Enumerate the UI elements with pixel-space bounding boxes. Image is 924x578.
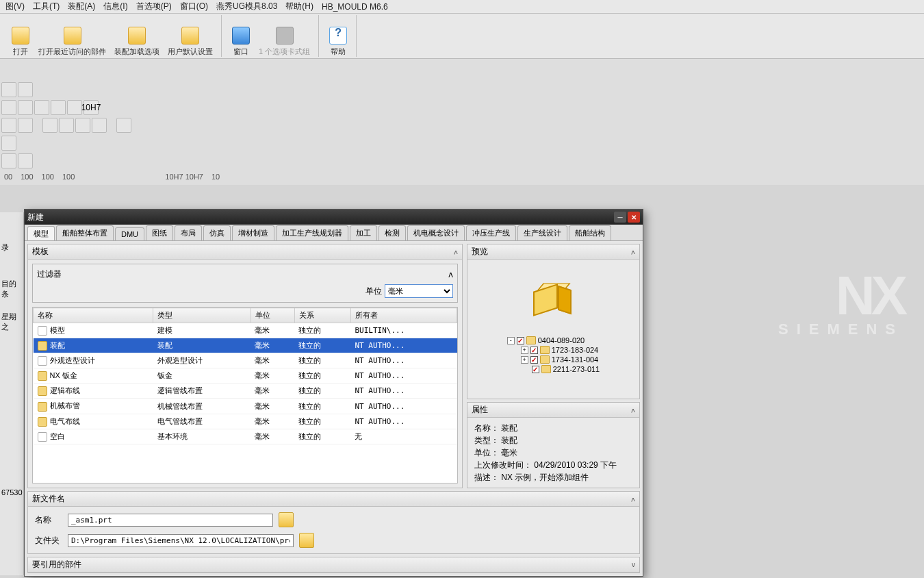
user-defaults-button[interactable]: 用户默认设置 xyxy=(164,15,217,57)
menu-tools[interactable]: 工具(T) xyxy=(30,1,62,12)
tree-checkbox-icon[interactable]: ✓ xyxy=(517,337,524,344)
toolbar-icon[interactable] xyxy=(59,118,74,133)
browse-name-button[interactable] xyxy=(279,512,294,527)
tree-expand-icon[interactable]: + xyxy=(521,356,528,364)
menu-prefs[interactable]: 首选项(P) xyxy=(133,1,175,12)
menu-hbmould[interactable]: HB_MOULD M6.6 xyxy=(319,2,391,12)
column-header[interactable]: 所有者 xyxy=(350,308,457,323)
template-row[interactable]: 装配装配毫米独立的NT AUTHO... xyxy=(34,338,457,353)
load-options-button[interactable]: 装配加载选项 xyxy=(110,15,164,57)
dialog-tab[interactable]: 机电概念设计 xyxy=(407,225,465,240)
collapse-icon[interactable]: ʌ xyxy=(631,248,635,255)
expand-icon[interactable]: v xyxy=(632,561,635,568)
tree-node[interactable]: +✓1734-131-004 xyxy=(507,355,600,364)
tree-checkbox-icon[interactable]: ✓ xyxy=(530,347,538,354)
template-row[interactable]: 外观造型设计外观造型设计毫米独立的NT AUTHO... xyxy=(34,353,457,368)
status-bar: 00 100 100 100 10H7 10H7 10 xyxy=(1,171,923,182)
menu-view[interactable]: 图(V) xyxy=(3,1,27,12)
dialog-tab[interactable]: 生产线设计 xyxy=(517,225,567,240)
toolbar-icon[interactable] xyxy=(92,118,107,133)
toolbar-icon[interactable]: 10H7 xyxy=(84,100,99,115)
collapse-icon[interactable]: ʌ xyxy=(631,406,635,414)
template-row[interactable]: 电气布线电气管线布置毫米独立的NT AUTHO... xyxy=(34,414,457,429)
column-header[interactable]: 名称 xyxy=(34,308,153,323)
tree-node[interactable]: -✓0404-089-020 xyxy=(507,336,600,345)
open-recent-button[interactable]: 打开最近访问的部件 xyxy=(34,15,110,57)
left-dock-panel: 录 目的条 星期之 67530 在必要 xyxy=(0,212,24,575)
properties-label: 属性 xyxy=(472,404,488,416)
toolbar-icon[interactable] xyxy=(18,100,33,115)
menu-window[interactable]: 窗口(O) xyxy=(177,1,211,12)
dialog-tab[interactable]: 仿真 xyxy=(203,225,231,240)
preview-label: 预览 xyxy=(472,246,488,257)
dialog-tab[interactable]: 冲压生产线 xyxy=(466,225,516,240)
toolbar-icon[interactable] xyxy=(1,153,16,168)
column-header[interactable]: 单位 xyxy=(251,308,294,323)
toolbar-icon[interactable] xyxy=(42,118,57,133)
collapse-icon[interactable]: ʌ xyxy=(454,248,458,255)
tree-expand-icon[interactable]: + xyxy=(521,347,528,354)
menu-yanxiu[interactable]: 燕秀UG模具8.03 xyxy=(214,1,280,12)
toolbar-icon[interactable] xyxy=(18,153,33,168)
template-row[interactable]: 空白基本环境毫米独立的无 xyxy=(34,429,457,444)
tree-checkbox-icon[interactable]: ✓ xyxy=(530,356,538,364)
toolbar-icon[interactable] xyxy=(75,118,90,133)
toolbar-icon[interactable] xyxy=(1,118,16,133)
dialog-tab[interactable]: DMU xyxy=(115,227,144,240)
toolbar-icon[interactable] xyxy=(1,136,16,151)
template-table[interactable]: 名称类型单位关系所有者 模型建模毫米独立的BUILTIN\...装配装配毫米独立… xyxy=(32,307,458,483)
toolbar-icon[interactable] xyxy=(116,118,131,133)
properties-panel: 属性ʌ 名称： 装配 类型： 装配 单位： 毫米 上次修改时间： 04/29/2… xyxy=(467,402,640,488)
folder-open-icon xyxy=(12,27,29,45)
toolbar-icon[interactable] xyxy=(18,118,33,133)
filter-group: 过滤器ʌ 单位 毫米 xyxy=(32,264,458,303)
dialog-tab[interactable]: 检测 xyxy=(378,225,406,240)
dialog-tab[interactable]: 加工生产线规划器 xyxy=(276,225,348,240)
close-button[interactable]: ✕ xyxy=(628,212,640,223)
dialog-tab[interactable]: 船舶整体布置 xyxy=(56,225,114,240)
tree-node[interactable]: +✓1723-183-024 xyxy=(507,345,600,355)
dialog-tab[interactable]: 图纸 xyxy=(146,225,173,240)
file-name-input[interactable] xyxy=(68,514,273,527)
tab-group-icon xyxy=(276,27,294,45)
collapse-icon[interactable]: ʌ xyxy=(448,270,453,279)
dialog-tab[interactable]: 船舶结构 xyxy=(569,225,611,240)
toolbar-icon[interactable] xyxy=(51,100,66,115)
column-header[interactable]: 关系 xyxy=(294,308,350,323)
browse-folder-button[interactable] xyxy=(299,533,314,548)
menu-help[interactable]: 帮助(H) xyxy=(283,1,316,12)
tree-expand-icon[interactable]: - xyxy=(507,337,515,344)
tree-checkbox-icon[interactable]: ✓ xyxy=(532,366,539,373)
template-row[interactable]: NX 钣金钣金毫米独立的NT AUTHO... xyxy=(34,368,457,384)
referenced-parts-panel: 要引用的部件v xyxy=(27,557,640,573)
template-row[interactable]: 模型建模毫米独立的BUILTIN\... xyxy=(34,323,457,338)
window-button[interactable]: 窗口 xyxy=(227,15,255,57)
template-row[interactable]: 机械布管机械管线布置毫米独立的NT AUTHO... xyxy=(34,399,457,414)
template-row[interactable]: 逻辑布线逻辑管线布置毫米独立的NT AUTHO... xyxy=(34,384,457,399)
tab-group-button[interactable]: 1 个选项卡式组 xyxy=(255,15,314,57)
templates-label: 模板 xyxy=(32,246,49,257)
folder-path-input[interactable] xyxy=(68,534,294,547)
dialog-titlebar[interactable]: 新建 ─ ✕ xyxy=(25,210,643,225)
unit-select[interactable]: 毫米 xyxy=(385,284,453,298)
toolbar-icon[interactable] xyxy=(1,82,16,97)
dialog-tab[interactable]: 模型 xyxy=(27,226,55,241)
help-button[interactable]: 帮助 xyxy=(324,15,352,57)
dialog-tab[interactable]: 增材制造 xyxy=(232,225,274,240)
collapse-icon[interactable]: ʌ xyxy=(631,495,635,503)
open-button[interactable]: 打开 xyxy=(7,15,34,57)
toolbar-icon[interactable] xyxy=(18,82,33,97)
dialog-title: 新建 xyxy=(27,212,44,223)
dialog-tab[interactable]: 加工 xyxy=(350,225,377,240)
minimize-button[interactable]: ─ xyxy=(614,212,626,223)
menu-info[interactable]: 信息(I) xyxy=(101,1,130,12)
secondary-toolbars: 10H7 00 100 100 100 10H7 10H7 10 xyxy=(0,59,924,185)
toolbar-icon[interactable] xyxy=(67,100,82,115)
column-header[interactable]: 类型 xyxy=(153,308,251,323)
dialog-tab[interactable]: 布局 xyxy=(175,225,202,240)
menu-bar: 图(V) 工具(T) 装配(A) 信息(I) 首选项(P) 窗口(O) 燕秀UG… xyxy=(0,0,924,14)
menu-assembly[interactable]: 装配(A) xyxy=(65,1,98,12)
tree-node[interactable]: ✓2211-273-011 xyxy=(507,364,600,374)
toolbar-icon[interactable] xyxy=(1,100,16,115)
toolbar-icon[interactable] xyxy=(34,100,49,115)
